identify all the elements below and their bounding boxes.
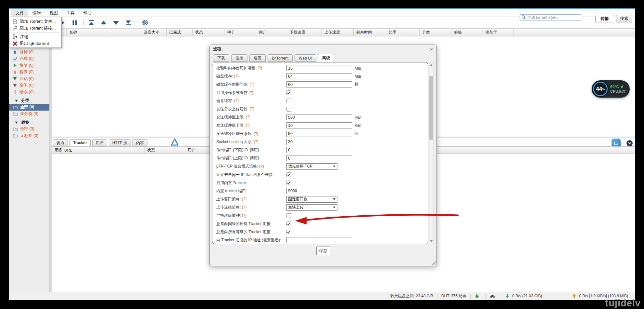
column-header-状态[interactable]: 状态 (193, 29, 224, 36)
help-link[interactable]: (?) (248, 90, 253, 95)
column-header-比率[interactable]: 比率 (386, 29, 420, 36)
settings-input[interactable] (286, 122, 352, 128)
bottom-tab-2[interactable]: Tracker (69, 139, 91, 146)
file-menu-item-2[interactable]: 添加 Torrent 链接... (10, 25, 61, 32)
settings-checkbox[interactable] (286, 222, 291, 226)
column-header-剩余时间[interactable]: 剩余时间 (354, 29, 386, 36)
torrent-filter-input[interactable] (527, 15, 580, 20)
dialog-tab-bittorrent[interactable]: BitTorrent (268, 54, 293, 62)
settings-checkbox[interactable] (286, 107, 291, 112)
dialog-tab-下载[interactable]: 下载 (213, 54, 229, 62)
sidebar-tag-item-2[interactable]: 无标签 (0) (9, 132, 49, 139)
help-link[interactable]: (?) (250, 107, 255, 111)
settings-input[interactable] (286, 155, 352, 161)
settings-checkbox[interactable] (286, 99, 291, 103)
help-link[interactable]: (?) (254, 140, 259, 144)
scroll-up-icon[interactable] (430, 64, 433, 66)
dialog-titlebar[interactable]: 选项 ✕ (210, 45, 436, 53)
help-link[interactable]: (?) (250, 82, 255, 87)
sidebar-filter-inactive[interactable]: 空闲 (0) (9, 82, 49, 89)
menubar-item-1[interactable]: 文件 (11, 9, 28, 17)
bottom-tab-1[interactable]: 普通 (53, 139, 68, 146)
file-menu-item-3[interactable]: 注销 (10, 33, 61, 40)
help-link[interactable]: (?) (258, 66, 262, 70)
file-menu-item-1[interactable]: 添加 Torrent 文件... (10, 18, 61, 25)
settings-checkbox[interactable] (286, 90, 291, 95)
settings-checkbox[interactable] (286, 213, 291, 218)
column-header-已完成[interactable]: 已完成 (167, 29, 193, 36)
settings-checkbox[interactable] (286, 172, 291, 177)
help-link[interactable]: (?) (234, 99, 239, 103)
column-header-选定大小[interactable]: 选定大小 (141, 29, 167, 36)
toolbar-pause-button[interactable] (70, 19, 79, 27)
column-header-标签[interactable]: 标签 (451, 29, 483, 36)
sidebar-filter-paused[interactable]: 暂停 (0) (9, 69, 49, 76)
connection-status-icon[interactable] (474, 293, 480, 299)
help-link[interactable]: (?) (242, 205, 247, 209)
settings-checkbox[interactable] (286, 181, 291, 185)
menubar-item-5[interactable]: 帮助 (79, 9, 96, 17)
file-menu-item-4[interactable]: 退出 qBittorrent (10, 40, 61, 47)
close-icon[interactable]: ✕ (430, 47, 433, 52)
toolbar-move-up-button[interactable] (99, 19, 108, 27)
tracker-column-header-2[interactable]: URL (62, 147, 145, 154)
tracker-column-header-3[interactable]: 状态 (145, 147, 185, 154)
menubar-item-2[interactable]: 编辑 (28, 9, 45, 17)
bottom-tab-5[interactable]: 内容 (133, 139, 147, 146)
sidebar-category-header[interactable]: 分类 (9, 98, 49, 104)
bottom-tab-3[interactable]: 用户 (92, 139, 107, 146)
save-button[interactable]: 保存 (316, 247, 330, 255)
settings-input[interactable] (286, 73, 352, 79)
dialog-tab-连接[interactable]: 连接 (231, 54, 247, 62)
settings-input[interactable] (286, 147, 352, 153)
sidebar-filter-resumed[interactable]: 恢复 (0) (9, 62, 49, 69)
column-header-种子[interactable]: 种子 (224, 29, 256, 36)
column-header-上传速度[interactable]: 上传速度 (322, 29, 354, 36)
speed-limit-gauge-icon[interactable] (490, 293, 495, 299)
tracker-column-header-1[interactable]: 层级 (52, 147, 62, 154)
settings-input[interactable] (286, 81, 352, 87)
help-link[interactable]: (?) (259, 164, 264, 168)
dialog-tab-web-ui[interactable]: Web UI (295, 54, 316, 62)
column-header-分类[interactable]: 分类 (420, 29, 451, 36)
help-link[interactable]: (?) (246, 115, 251, 119)
settings-input[interactable] (286, 139, 352, 145)
help-link[interactable]: (?) (242, 197, 247, 201)
toolbar-move-bottom-button[interactable] (124, 19, 133, 27)
bottom-tab-4[interactable]: HTTP 源 (109, 139, 131, 146)
sidebar-filter-errored[interactable]: 错误 (0) (9, 89, 49, 96)
settings-input[interactable] (286, 114, 352, 120)
toolbar-options-button[interactable] (141, 19, 149, 27)
column-header-下载速度[interactable]: 下载速度 (287, 29, 322, 36)
settings-checkbox[interactable] (286, 230, 291, 234)
help-link[interactable]: (?) (242, 213, 247, 218)
settings-input[interactable] (286, 188, 352, 194)
column-header-用户[interactable]: 用户 (256, 29, 287, 36)
menubar-item-4[interactable]: 工具 (62, 9, 79, 17)
sidebar-splitter[interactable] (49, 28, 52, 292)
dialog-resize-handle[interactable] (432, 261, 436, 265)
settings-input[interactable] (286, 65, 352, 71)
dialog-tab-速度[interactable]: 速度 (249, 54, 266, 62)
settings-select[interactable]: 最快上传 (286, 204, 337, 211)
toolbar-move-down-button[interactable] (112, 19, 120, 27)
sidebar-tag-header[interactable]: 标签 (9, 119, 49, 126)
settings-input[interactable] (286, 237, 352, 243)
sidebar-filter-seeding[interactable]: 做种 (0) (9, 49, 49, 56)
collapse-panel-button[interactable] (626, 140, 633, 146)
settings-select[interactable]: 优先使用 TCP (286, 163, 337, 170)
sidebar-filter-active[interactable]: 活动 (0) (9, 75, 49, 82)
help-link[interactable]: (?) (234, 74, 239, 78)
column-header-名称[interactable]: 名称 (67, 29, 141, 36)
sidebar-filter-completed[interactable]: 完成 (0) (9, 56, 49, 62)
cpu-monitor-widget[interactable]: 44% 69°C CPU温度 (592, 80, 630, 98)
tab-transfer[interactable]: 传输 (595, 15, 614, 22)
menubar-item-3[interactable]: 视图 (45, 9, 62, 17)
sidebar-category-item-2[interactable]: 未分类 (0) (9, 111, 49, 117)
help-link[interactable]: (?) (246, 123, 251, 128)
settings-select[interactable]: 固定窗口数 (286, 196, 337, 203)
column-header-添加于[interactable]: 添加于 (483, 29, 514, 36)
sidebar-category-item-1[interactable]: 全部 (0) (9, 104, 49, 111)
tab-search[interactable]: 搜索 (616, 15, 632, 22)
dialog-scrollbar[interactable] (429, 62, 434, 244)
